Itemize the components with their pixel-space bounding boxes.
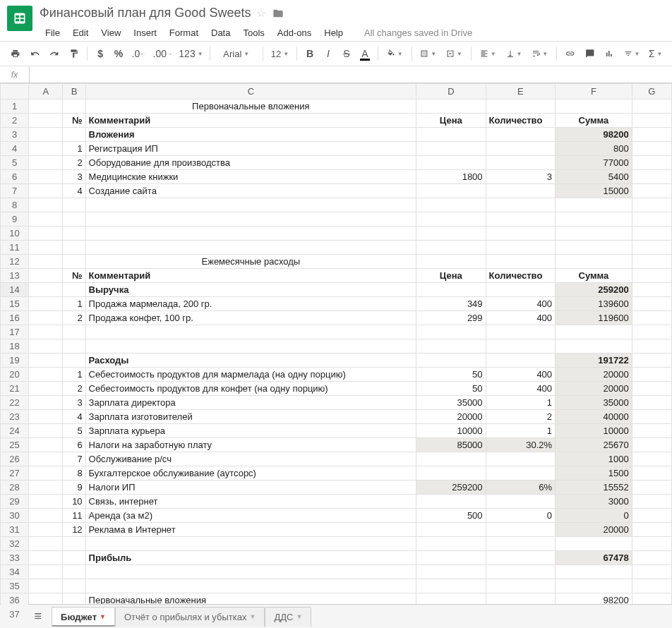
cell[interactable]: Медицинские книжки — [85, 170, 416, 184]
cell[interactable] — [486, 354, 556, 368]
cell[interactable] — [486, 523, 556, 537]
cell[interactable]: Регистрация ИП — [85, 142, 416, 156]
cell[interactable]: 1 — [486, 396, 556, 410]
cell[interactable] — [29, 438, 63, 452]
folder-icon[interactable] — [272, 8, 284, 19]
row-header[interactable]: 15 — [1, 297, 29, 311]
borders-icon[interactable]: ▼ — [416, 45, 440, 62]
cell[interactable]: 3 — [63, 396, 85, 410]
row-header[interactable]: 34 — [1, 565, 29, 579]
cell[interactable] — [632, 495, 671, 509]
cell[interactable]: 15552 — [556, 481, 632, 495]
cell[interactable]: Аренда (за м2) — [85, 509, 416, 523]
cell[interactable] — [29, 466, 63, 481]
cell[interactable] — [29, 382, 63, 396]
cell[interactable]: Зарплата курьера — [85, 424, 416, 438]
cell[interactable] — [632, 551, 671, 565]
cell[interactable]: 1800 — [416, 170, 486, 184]
cell[interactable] — [85, 325, 416, 339]
cell[interactable] — [63, 325, 85, 339]
cell[interactable]: Продажа конфет, 100 гр. — [85, 311, 416, 325]
bold-icon[interactable]: B — [302, 45, 318, 62]
menu-tools[interactable]: Tools — [237, 25, 270, 41]
cell[interactable] — [632, 579, 671, 593]
percent-icon[interactable]: % — [111, 45, 126, 62]
cell[interactable] — [416, 537, 486, 551]
cell[interactable] — [29, 156, 63, 170]
cell[interactable] — [556, 325, 632, 339]
cell[interactable] — [632, 438, 671, 452]
cell[interactable]: Налоги на заработную плату — [85, 438, 416, 452]
cell[interactable]: Оборудование для производства — [85, 156, 416, 170]
cell[interactable]: 1 — [486, 424, 556, 438]
row-header[interactable]: 27 — [1, 466, 29, 481]
cell[interactable] — [416, 142, 486, 156]
cell[interactable]: 10000 — [556, 424, 632, 438]
cell[interactable]: 9 — [63, 481, 85, 495]
col-header-D[interactable]: D — [416, 84, 486, 99]
cell[interactable]: Зарплата директора — [85, 396, 416, 410]
cell[interactable]: 20000 — [556, 523, 632, 537]
cell[interactable]: 20000 — [556, 368, 632, 382]
row-header[interactable]: 31 — [1, 523, 29, 537]
text-color-icon[interactable]: A — [357, 45, 373, 62]
cell[interactable] — [29, 410, 63, 424]
cell[interactable] — [556, 339, 632, 354]
cell[interactable]: 800 — [556, 142, 632, 156]
cell[interactable] — [29, 565, 63, 579]
cell[interactable] — [416, 325, 486, 339]
menu-help[interactable]: Help — [318, 25, 349, 41]
cell[interactable] — [63, 255, 85, 269]
row-header[interactable]: 13 — [1, 269, 29, 283]
cell[interactable] — [632, 297, 671, 311]
cell[interactable]: 0 — [556, 509, 632, 523]
menu-add-ons[interactable]: Add-ons — [272, 25, 317, 41]
row-header[interactable]: 11 — [1, 241, 29, 255]
filter-icon[interactable]: ▼ — [620, 45, 644, 62]
cell[interactable] — [29, 114, 63, 128]
cell[interactable] — [416, 156, 486, 170]
cell[interactable] — [29, 184, 63, 198]
menu-format[interactable]: Format — [164, 25, 204, 41]
cell[interactable]: Выручка — [85, 283, 416, 297]
insert-chart-icon[interactable] — [601, 45, 618, 62]
cell[interactable]: 3 — [63, 170, 85, 184]
cell[interactable] — [29, 255, 63, 269]
cell[interactable] — [29, 509, 63, 523]
cell[interactable]: 6 — [63, 438, 85, 452]
cell[interactable] — [632, 99, 671, 114]
decrease-decimal-icon[interactable]: .0← — [129, 45, 148, 62]
cell[interactable]: 10000 — [416, 424, 486, 438]
cell[interactable] — [486, 339, 556, 354]
cell[interactable]: 40000 — [556, 410, 632, 424]
cell[interactable] — [556, 579, 632, 593]
cell[interactable]: 77000 — [556, 156, 632, 170]
cell[interactable] — [29, 523, 63, 537]
cell[interactable] — [63, 227, 85, 241]
merge-cells-icon[interactable]: ▼ — [443, 45, 466, 62]
cell[interactable] — [556, 99, 632, 114]
cell[interactable] — [486, 128, 556, 142]
cell[interactable]: 1 — [63, 368, 85, 382]
cell[interactable]: 11 — [63, 509, 85, 523]
cell[interactable]: Цена — [416, 114, 486, 128]
cell[interactable] — [556, 212, 632, 227]
vertical-align-icon[interactable]: ▼ — [503, 45, 526, 62]
sheet-tab[interactable]: Бюджет▼ — [52, 607, 115, 620]
cell[interactable] — [632, 452, 671, 466]
cell[interactable] — [556, 198, 632, 212]
cell[interactable]: Количество — [486, 114, 556, 128]
cell[interactable]: 30.2% — [486, 438, 556, 452]
cell[interactable]: 259200 — [556, 283, 632, 297]
cell[interactable]: Расходы — [85, 354, 416, 368]
row-header[interactable]: 21 — [1, 382, 29, 396]
cell[interactable] — [29, 396, 63, 410]
cell[interactable]: Налоги ИП — [85, 481, 416, 495]
row-header[interactable]: 29 — [1, 495, 29, 509]
cell[interactable]: Бухгалтерское обслуживание (аутсорс) — [85, 466, 416, 481]
row-header[interactable]: 23 — [1, 410, 29, 424]
cell[interactable] — [632, 382, 671, 396]
cell[interactable] — [632, 156, 671, 170]
cell[interactable]: 85000 — [416, 438, 486, 452]
cell[interactable]: 67478 — [556, 551, 632, 565]
